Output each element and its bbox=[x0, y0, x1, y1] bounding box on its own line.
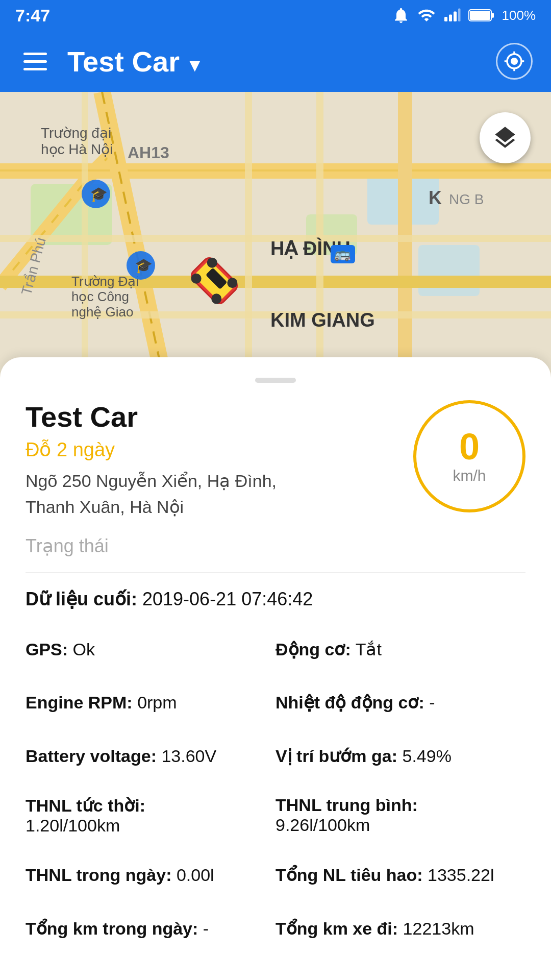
speed-unit: km/h bbox=[453, 467, 486, 484]
gps-value: Ok bbox=[73, 640, 95, 659]
throttle-col: Vị trí bướm ga: 5.49% bbox=[276, 742, 525, 770]
map-view[interactable]: Trần Phú AH13 Trường đại học Hà Nội Trườ… bbox=[0, 92, 551, 378]
total-km-value: 12213km bbox=[403, 919, 474, 938]
gps-col: GPS: Ok bbox=[26, 635, 276, 663]
divider-1 bbox=[26, 572, 525, 573]
km-day-col: Tổng km trong ngày: - bbox=[26, 915, 276, 942]
svg-text:học Hà Nội: học Hà Nội bbox=[41, 141, 113, 157]
svg-text:AH13: AH13 bbox=[128, 143, 169, 162]
map-layer-button[interactable] bbox=[480, 112, 531, 163]
speed-value: 0 bbox=[459, 428, 480, 465]
svg-text:🎓: 🎓 bbox=[90, 186, 108, 203]
status-time: 7:47 bbox=[15, 6, 50, 26]
svg-rect-5 bbox=[470, 11, 490, 20]
svg-text:🚌: 🚌 bbox=[334, 246, 351, 262]
location-target-icon bbox=[504, 51, 525, 72]
throttle-label: Vị trí bướm ga: bbox=[276, 746, 397, 766]
last-data-label: Dữ liệu cuối: bbox=[26, 589, 137, 609]
wifi-icon bbox=[417, 6, 436, 24]
alarm-icon bbox=[392, 6, 410, 24]
status-label: Trạng thái bbox=[26, 535, 109, 556]
svg-text:NG B: NG B bbox=[449, 191, 484, 207]
fuel-day-total-row: THNL trong ngày: 0.00l Tổng NL tiêu hao:… bbox=[26, 861, 525, 889]
total-km-col: Tổng km xe đi: 12213km bbox=[276, 915, 525, 942]
svg-text:🎓: 🎓 bbox=[135, 257, 153, 274]
fuel-avg-label: THNL trung bình: bbox=[276, 795, 525, 815]
rpm-col: Engine RPM: 0rpm bbox=[26, 689, 276, 716]
bottom-panel: Test Car Đỗ 2 ngày Ngõ 250 Nguyễn Xiển, … bbox=[0, 357, 551, 980]
dropdown-arrow[interactable]: ▼ bbox=[186, 55, 204, 76]
battery-col: Battery voltage: 13.60V bbox=[26, 742, 276, 770]
map-svg: Trần Phú AH13 Trường đại học Hà Nội Trườ… bbox=[0, 92, 551, 378]
status-section: Trạng thái bbox=[26, 535, 525, 557]
pull-handle[interactable] bbox=[26, 368, 525, 400]
engine-col: Động cơ: Tắt bbox=[276, 635, 525, 663]
total-fuel-col: Tổng NL tiêu hao: 1335.22l bbox=[276, 861, 525, 889]
km-day-value: - bbox=[203, 919, 209, 938]
svg-rect-11 bbox=[418, 245, 480, 296]
layers-icon bbox=[492, 125, 518, 151]
gps-label: GPS: bbox=[26, 640, 68, 659]
svg-text:Trường Đại: Trường Đại bbox=[71, 274, 139, 289]
engine-value: Tắt bbox=[356, 640, 382, 659]
fuel-instant-value: 1.20l/100km bbox=[26, 816, 276, 836]
svg-text:KIM GIANG: KIM GIANG bbox=[270, 309, 375, 331]
vehicle-parking-status: Đỗ 2 ngày bbox=[26, 438, 398, 461]
last-data-value: 2019-06-21 07:46:42 bbox=[142, 589, 313, 609]
fuel-instant-label: THNL tức thời: bbox=[26, 795, 276, 816]
vehicle-header: Test Car Đỗ 2 ngày Ngõ 250 Nguyễn Xiển, … bbox=[26, 400, 525, 520]
fuel-instant-col: THNL tức thời: 1.20l/100km bbox=[26, 795, 276, 836]
signal-icon bbox=[443, 6, 461, 24]
svg-rect-3 bbox=[458, 9, 461, 22]
pull-handle-bar bbox=[255, 378, 296, 383]
speed-circle: 0 km/h bbox=[413, 400, 525, 512]
svg-rect-1 bbox=[449, 15, 452, 22]
last-data-row: Dữ liệu cuối: 2019-06-21 07:46:42 bbox=[26, 589, 525, 610]
menu-button[interactable] bbox=[18, 47, 52, 76]
svg-rect-18 bbox=[245, 92, 252, 378]
km-row: Tổng km trong ngày: - Tổng km xe đi: 122… bbox=[26, 915, 525, 942]
battery-throttle-row: Battery voltage: 13.60V Vị trí bướm ga: … bbox=[26, 742, 525, 770]
app-bar: Test Car▼ bbox=[0, 31, 551, 92]
engine-temp-label: Nhiệt độ động cơ: bbox=[276, 693, 424, 712]
svg-text:K: K bbox=[429, 187, 442, 208]
svg-text:nghệ Giao: nghệ Giao bbox=[71, 304, 134, 320]
km-day-label: Tổng km trong ngày: bbox=[26, 919, 198, 938]
battery-value: 13.60V bbox=[161, 746, 216, 766]
svg-rect-19 bbox=[316, 92, 323, 378]
rpm-temp-row: Engine RPM: 0rpm Nhiệt độ động cơ: - bbox=[26, 689, 525, 716]
battery-percentage: 100% bbox=[502, 8, 536, 23]
engine-label: Động cơ: bbox=[276, 640, 351, 659]
location-button[interactable] bbox=[496, 43, 533, 80]
svg-rect-0 bbox=[444, 17, 447, 21]
app-title: Test Car▼ bbox=[67, 45, 496, 78]
rpm-label: Engine RPM: bbox=[26, 693, 133, 712]
fuel-avg-col: THNL trung bình: 9.26l/100km bbox=[276, 795, 525, 836]
fuel-day-col: THNL trong ngày: 0.00l bbox=[26, 861, 276, 889]
status-bar: 7:47 100% bbox=[0, 0, 551, 31]
battery-label: Battery voltage: bbox=[26, 746, 157, 766]
vehicle-name: Test Car bbox=[26, 400, 398, 433]
fuel-avg-value: 9.26l/100km bbox=[276, 815, 525, 835]
svg-rect-6 bbox=[492, 13, 494, 18]
title-text: Test Car bbox=[67, 45, 180, 78]
svg-text:học Công: học Công bbox=[71, 289, 129, 304]
total-fuel-value: 1335.22l bbox=[428, 865, 494, 885]
fuel-day-label: THNL trong ngày: bbox=[26, 865, 171, 885]
svg-text:Trường đại: Trường đại bbox=[41, 125, 111, 141]
battery-icon bbox=[468, 8, 495, 23]
engine-temp-col: Nhiệt độ động cơ: - bbox=[276, 689, 525, 716]
total-km-label: Tổng km xe đi: bbox=[276, 919, 398, 938]
gps-engine-row: GPS: Ok Động cơ: Tắt bbox=[26, 635, 525, 663]
fuel-row: THNL tức thời: 1.20l/100km THNL trung bì… bbox=[26, 795, 525, 836]
engine-temp-value: - bbox=[429, 693, 435, 712]
vehicle-info: Test Car Đỗ 2 ngày Ngõ 250 Nguyễn Xiển, … bbox=[26, 400, 398, 520]
throttle-value: 5.49% bbox=[402, 746, 451, 766]
rpm-value: 0rpm bbox=[137, 693, 177, 712]
vehicle-address: Ngõ 250 Nguyễn Xiển, Hạ Đình, Thanh Xuân… bbox=[26, 468, 311, 520]
svg-rect-2 bbox=[454, 12, 457, 22]
status-icons: 100% bbox=[392, 6, 536, 24]
fuel-day-value: 0.00l bbox=[177, 865, 214, 885]
total-fuel-label: Tổng NL tiêu hao: bbox=[276, 865, 423, 885]
